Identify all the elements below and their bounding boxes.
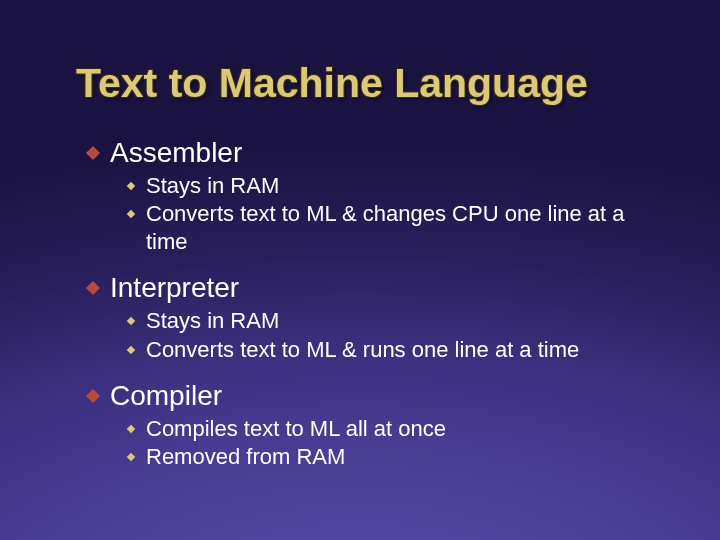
slide-content: Assembler Stays in RAM Converts text to …	[0, 107, 720, 471]
sub-list-item: Converts text to ML & runs one line at a…	[128, 336, 660, 364]
dot-bullet-icon	[127, 210, 135, 218]
sub-list-item: Stays in RAM	[128, 172, 660, 200]
sub-list-item-label: Converts text to ML & runs one line at a…	[146, 336, 579, 364]
dot-bullet-icon	[127, 425, 135, 433]
sub-list-item: Converts text to ML & changes CPU one li…	[128, 200, 660, 256]
sub-list-item: Stays in RAM	[128, 307, 660, 335]
sub-list: Stays in RAM Converts text to ML & runs …	[88, 307, 660, 363]
dot-bullet-icon	[127, 453, 135, 461]
sub-list-item-label: Stays in RAM	[146, 307, 279, 335]
sub-list-item-label: Stays in RAM	[146, 172, 279, 200]
diamond-bullet-icon	[86, 146, 100, 160]
slide-title: Text to Machine Language	[0, 0, 720, 107]
diamond-bullet-icon	[86, 281, 100, 295]
slide: Text to Machine Language Assembler Stays…	[0, 0, 720, 540]
list-item-label: Compiler	[110, 378, 222, 413]
list-item: Interpreter	[88, 270, 660, 305]
dot-bullet-icon	[127, 345, 135, 353]
dot-bullet-icon	[127, 182, 135, 190]
sub-list-item-label: Removed from RAM	[146, 443, 345, 471]
sub-list-item-label: Converts text to ML & changes CPU one li…	[146, 200, 660, 256]
list-item-label: Interpreter	[110, 270, 239, 305]
sub-list: Stays in RAM Converts text to ML & chang…	[88, 172, 660, 256]
diamond-bullet-icon	[86, 389, 100, 403]
list-item-label: Assembler	[110, 135, 242, 170]
sub-list: Compiles text to ML all at once Removed …	[88, 415, 660, 471]
sub-list-item-label: Compiles text to ML all at once	[146, 415, 446, 443]
sub-list-item: Compiles text to ML all at once	[128, 415, 660, 443]
list-item: Assembler	[88, 135, 660, 170]
dot-bullet-icon	[127, 317, 135, 325]
list-item: Compiler	[88, 378, 660, 413]
sub-list-item: Removed from RAM	[128, 443, 660, 471]
